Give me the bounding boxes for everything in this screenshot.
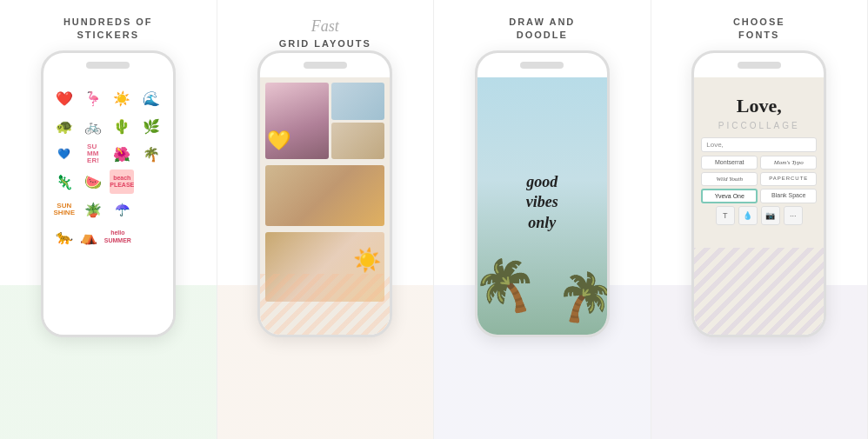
sticker-tent: ⛺	[80, 229, 97, 245]
photo-right-col	[331, 83, 384, 159]
panel-doodle: DRAW AND DOODLE 🌴 🌴 goodvibesonly	[434, 0, 651, 439]
sticker-empty	[139, 170, 164, 194]
sticker-text-hello-summer: helloSUMMER	[104, 229, 131, 244]
photo-boardwalk	[331, 83, 384, 120]
font-grid: Montserrat Mom's Typo Wild Youth PAPERCU…	[701, 156, 817, 203]
sticker-leaf: 🌿	[139, 114, 164, 138]
phone-doodle: 🌴 🌴 goodvibesonly	[475, 50, 610, 337]
font-yveva-one[interactable]: Yveva One	[701, 189, 758, 203]
sticker-turtle: 🐢	[52, 114, 77, 138]
palm-right-icon: 🌴	[551, 265, 607, 331]
font-preview-sub: PICCOLLAGE	[718, 121, 800, 130]
photo-beach-walk	[331, 123, 384, 160]
sticker-sun: ☀️	[110, 86, 134, 110]
palm-left-icon: 🌴	[477, 249, 545, 325]
phone-grid: 💛 ☀️	[257, 50, 392, 337]
sticker-cactus: 🌵	[110, 114, 134, 138]
panel-fonts: CHOOSE FONTS Love, PICCOLLAGE Love, Mont…	[651, 0, 869, 439]
sticker-watermelon: 🍉	[81, 170, 105, 194]
phone-stickers: ❤️ 🦩 ☀️ 🌊 🐢 🚲 🌵 🌿 💙 SUMMER! 🌺 🌴 🦎 🍉 beac…	[41, 50, 176, 337]
sticker-dino: 🦎	[52, 170, 77, 194]
sun-gold-sticker: ☀️	[353, 247, 381, 274]
sticker-text-summer: SUMMER!	[81, 142, 105, 166]
font-moms-typo[interactable]: Mom's Typo	[760, 156, 817, 170]
font-montserrat[interactable]: Montserrat	[701, 156, 758, 170]
panel-stickers-title: HUNDREDS OF STICKERS	[63, 16, 153, 42]
sticker-text-sunshine: SUNSHINE	[52, 197, 77, 222]
doodle-handwriting: goodvibesonly	[526, 172, 558, 233]
panel-stickers: HUNDREDS OF STICKERS ❤️ 🦩 ☀️ 🌊 🐢 🚲 🌵 🌿 💙…	[0, 0, 217, 439]
sticker-flamingo: 🦩	[81, 86, 105, 110]
sticker-flower: 🌺	[110, 142, 134, 166]
sticker-wave: 🌊	[139, 86, 164, 110]
font-more-button[interactable]: ···	[784, 206, 803, 225]
font-input[interactable]: Love,	[701, 137, 817, 152]
panel-fonts-title: CHOOSE FONTS	[733, 16, 785, 42]
panel-grid-title: Fast GRID LAYOUTS	[279, 16, 371, 42]
panel-doodle-title: DRAW AND DOODLE	[509, 16, 575, 42]
font-papercute[interactable]: PAPERCUTE	[760, 172, 817, 186]
sticker-palm: 🌴	[139, 142, 164, 166]
font-text-button[interactable]: T	[716, 206, 735, 225]
font-toolbar: T 💧 📷 ···	[701, 206, 817, 225]
sticker-text-beach: beachPLEASE	[110, 170, 134, 194]
font-wild-youth[interactable]: Wild Youth	[701, 172, 758, 186]
stickers-grid: ❤️ 🦩 ☀️ 🌊 🐢 🚲 🌵 🌿 💙 SUMMER! 🌺 🌴 🦎 🍉 beac…	[49, 83, 168, 225]
sticker-umbrella: ☂️	[110, 197, 134, 222]
heart-gold-sticker: 💛	[267, 130, 290, 152]
font-image-button[interactable]: 📷	[761, 206, 780, 225]
font-color-button[interactable]: 💧	[738, 206, 758, 225]
sticker-heart: ❤️	[52, 86, 77, 110]
sticker-leopard: 🐆	[56, 229, 73, 245]
font-preview-text: Love,	[737, 95, 782, 117]
phone-fonts: Love, PICCOLLAGE Love, Montserrat Mom's …	[691, 50, 826, 337]
font-blank-space[interactable]: Blank Space	[760, 189, 817, 203]
panel-grid: Fast GRID LAYOUTS 💛 ☀️	[217, 0, 435, 439]
sticker-plant: 🪴	[81, 197, 105, 222]
sticker-empty2	[139, 197, 164, 222]
sticker-bike: 🚲	[81, 114, 105, 138]
sticker-blue-heart: 💙	[52, 142, 77, 166]
photo-ferris-wheel	[265, 165, 384, 226]
